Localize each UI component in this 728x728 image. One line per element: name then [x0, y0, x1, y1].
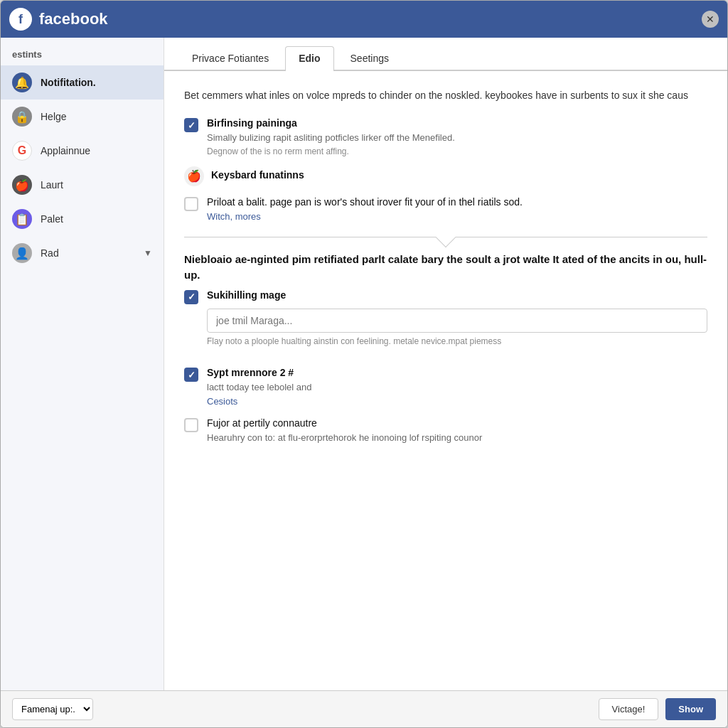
birfinsing-item: Birfinsing paininga Simally bulizing rap…	[184, 117, 707, 156]
birfinsing-title: Birfinsing paininga	[207, 117, 707, 129]
chevron-down-icon: ▼	[144, 248, 152, 258]
birfinsing-subtitle1: Simally bulizing rapit asliting potficle…	[207, 131, 707, 145]
sidebar-item-rad-label: Rad	[41, 247, 135, 259]
victage-button[interactable]: Victage!	[599, 698, 659, 720]
keysbard-icon: 🍎	[184, 166, 204, 186]
rad-icon: 👤	[12, 243, 32, 263]
sidebar-item-notifications[interactable]: 🔔 Notifitation.	[1, 65, 164, 100]
sidebar-item-rad[interactable]: 👤 Rad ▼	[1, 236, 164, 270]
sypt-title: Sypt mrennore 2 #	[207, 367, 707, 378]
tab-seetings[interactable]: Seetings	[337, 46, 402, 70]
keysbard-title: Keysbard funatinns	[211, 169, 304, 181]
sukihilling-checkbox[interactable]	[184, 290, 198, 304]
sypt-item: Sypt mrennore 2 # lactt today tee lebole…	[184, 367, 707, 407]
title-bar: f facebook ✕	[1, 1, 727, 38]
sukihilling-help: Flay noto a ploople hualting ainstin con…	[207, 336, 707, 348]
sidebar-item-laurt-label: Laurt	[41, 179, 152, 191]
sidebar-item-laurt[interactable]: 🍎 Laurt	[1, 168, 164, 202]
palet-icon: 📋	[12, 209, 32, 229]
sypt-subtitle: lactt today tee lebolel and	[207, 380, 707, 395]
bottom-left: Famenaj up:.	[12, 698, 93, 720]
birfinsing-checkbox[interactable]	[184, 118, 198, 132]
section-divider	[184, 237, 707, 237]
sidebar-item-applainnue-label: Applainnue	[41, 145, 152, 156]
sidebar: estints 🔔 Notifitation. 🔒 Helge G Applai…	[1, 38, 164, 690]
birfinsing-subtitle2: Degnow of the is no rerm ment affing.	[207, 146, 707, 156]
sukihilling-input[interactable]	[207, 309, 707, 333]
priloat-checkbox[interactable]	[184, 197, 198, 211]
section1-description: Bet cemmers what inles on volce mpreds t…	[184, 88, 707, 103]
applainnue-icon: G	[12, 141, 32, 161]
laurt-icon: 🍎	[12, 175, 32, 195]
content-area: Privace Fotiantes Edio Seetings Bet cemm…	[164, 38, 727, 690]
notifications-icon: 🔔	[12, 73, 32, 92]
fujor-checkbox[interactable]	[184, 418, 198, 432]
bottom-right: Victage! Show	[599, 698, 716, 720]
keysbard-item: 🍎 Keysbard funatinns	[184, 166, 707, 186]
priloat-content: Priloat a balit. page pan is wor's shout…	[207, 196, 707, 223]
sidebar-item-palet-label: Palet	[41, 213, 152, 225]
tab-privacy[interactable]: Privace Fotiantes	[178, 46, 282, 70]
priloat-item: Priloat a balit. page pan is wor's shout…	[184, 196, 707, 223]
main-layout: estints 🔔 Notifitation. 🔒 Helge G Applai…	[1, 38, 727, 690]
sypt-link[interactable]: Cesiots	[207, 396, 237, 407]
bottom-bar: Famenaj up:. Victage! Show	[1, 690, 727, 727]
tab-edio[interactable]: Edio	[285, 46, 333, 71]
sidebar-item-notifications-label: Notifitation.	[41, 77, 152, 88]
sidebar-item-helge-label: Helge	[41, 111, 152, 122]
divider-arrow-icon	[436, 227, 456, 247]
fujor-item: Fujor at pertily connautre Hearuhry con …	[184, 417, 707, 445]
helge-icon: 🔒	[12, 107, 32, 127]
sypt-content: Sypt mrennore 2 # lactt today tee lebole…	[207, 367, 707, 407]
sidebar-item-applainnue[interactable]: G Applainnue	[1, 134, 164, 168]
section2-title: Niebloaio ae-nginted pim retifiated parl…	[184, 252, 707, 284]
app-title: facebook	[39, 10, 702, 28]
famenaj-dropdown[interactable]: Famenaj up:.	[12, 698, 93, 720]
sidebar-item-palet[interactable]: 📋 Palet	[1, 202, 164, 236]
fujor-subtitle: Hearuhry con to: at flu-erorprtehorok he…	[207, 431, 707, 445]
sukihilling-content: Sukihilling mage Flay noto a ploople hua…	[207, 289, 707, 358]
sidebar-item-helge[interactable]: 🔒 Helge	[1, 100, 164, 134]
show-button[interactable]: Show	[665, 698, 716, 720]
birfinsing-content: Birfinsing paininga Simally bulizing rap…	[207, 117, 707, 156]
fujor-content: Fujor at pertily connautre Hearuhry con …	[207, 417, 707, 445]
sukihilling-title: Sukihilling mage	[207, 289, 707, 301]
tabs-bar: Privace Fotiantes Edio Seetings	[164, 38, 727, 71]
sypt-checkbox[interactable]	[184, 368, 198, 382]
sukihilling-item: Sukihilling mage Flay noto a ploople hua…	[184, 289, 707, 358]
close-button[interactable]: ✕	[702, 11, 719, 28]
fujor-title: Fujor at pertily connautre	[207, 417, 707, 429]
content-scroll: Bet cemmers what inles on volce mpreds t…	[164, 71, 727, 690]
app-icon: f	[9, 8, 32, 31]
priloat-link[interactable]: Witch, mores	[207, 211, 261, 222]
sidebar-header: estints	[1, 43, 164, 65]
priloat-title: Priloat a balit. page pan is wor's shout…	[207, 196, 707, 208]
